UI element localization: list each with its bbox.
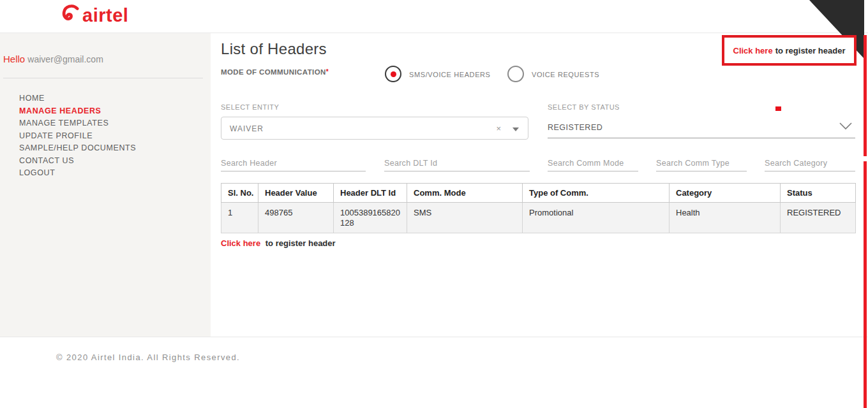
radio-voice-requests[interactable] (507, 66, 524, 82)
sidebar-divider (3, 78, 203, 78)
sidebar-item-manage-headers[interactable]: MANAGE HEADERS (19, 105, 136, 118)
column-header-status: Status (781, 184, 856, 203)
radio-label-sms-voice-headers[interactable]: SMS/VOICE HEADERS (409, 71, 491, 78)
status-select[interactable]: REGISTERED (548, 117, 855, 138)
cell-type-of-comm: Promotional (523, 203, 670, 233)
search-category-input[interactable] (765, 155, 855, 171)
table-header-row: Sl. No. Header Value Header DLT Id Comm.… (221, 184, 856, 203)
column-header-type-of-comm: Type of Comm. (523, 184, 670, 203)
greeting-label: Hello (3, 54, 25, 64)
column-header-comm-mode: Comm. Mode (407, 184, 523, 203)
cell-header-value: 498765 (258, 203, 334, 233)
top-header: airtel (0, 0, 868, 33)
cell-sl-no: 1 (221, 203, 258, 233)
sidebar-item-sample-help-documents[interactable]: SAMPLE/HELP DOCUMENTS (19, 142, 136, 155)
click-here-link[interactable]: Click here (221, 238, 260, 248)
column-header-category: Category (670, 184, 781, 203)
search-dlt-id-input[interactable] (384, 155, 530, 171)
register-link-text: to register header (266, 238, 336, 248)
cell-comm-mode: SMS (407, 203, 523, 233)
sidebar-item-update-profile[interactable]: UPDATE PROFILE (19, 130, 136, 143)
column-header-header-value: Header Value (258, 184, 334, 203)
radio-sms-voice-headers[interactable] (385, 66, 401, 82)
entity-select[interactable]: WAIVER × (221, 117, 528, 140)
sidebar-item-contact-us[interactable]: CONTACT US (19, 155, 136, 168)
clear-icon[interactable]: × (496, 124, 501, 133)
column-header-header-dlt-id: Header DLT Id (334, 184, 407, 203)
airtel-logo-text: airtel (82, 3, 128, 28)
click-here-link[interactable]: Click here (733, 46, 773, 55)
user-greeting: Hello waiver@gmail.com (3, 54, 103, 64)
register-header-link-bottom[interactable]: Click here to register header (221, 238, 336, 248)
radio-selected-dot (391, 71, 396, 77)
register-header-link-top[interactable]: Click here to register header (722, 35, 857, 66)
sidebar-item-logout[interactable]: LOGOUT (19, 167, 136, 180)
entity-selected-value: WAIVER (230, 124, 264, 133)
radio-label-voice-requests[interactable]: VOICE REQUESTS (532, 71, 599, 78)
sidebar: Hello waiver@gmail.com HOME MANAGE HEADE… (0, 33, 211, 337)
column-header-sl-no: Sl. No. (221, 184, 258, 203)
sidebar-nav: HOME MANAGE HEADERS MANAGE TEMPLATES UPD… (19, 92, 136, 180)
footer-divider (0, 337, 868, 337)
airtel-swoosh-icon (61, 3, 80, 27)
register-link-text: to register header (775, 46, 846, 55)
cell-header-dlt-id: 1005389165820128 (334, 203, 407, 233)
user-email: waiver@gmail.com (27, 54, 103, 64)
search-header-input[interactable] (221, 155, 366, 171)
status-selected-value: REGISTERED (548, 123, 602, 132)
page-title: List of Headers (221, 40, 327, 58)
caret-down-icon[interactable] (513, 127, 519, 131)
cell-category: Health (670, 203, 781, 233)
sidebar-item-manage-templates[interactable]: MANAGE TEMPLATES (19, 117, 136, 130)
search-comm-type-input[interactable] (656, 155, 747, 171)
chevron-down-icon[interactable] (839, 122, 853, 133)
right-edge-marker-line-bottom (864, 161, 867, 408)
select-entity-label: SELECT ENTITY (221, 103, 279, 111)
airtel-logo: airtel (61, 3, 128, 28)
table-row: 1 498765 1005389165820128 SMS Promotiona… (221, 203, 856, 233)
right-edge-marker-line-top (864, 35, 867, 156)
airtel-dlt-portal-page: airtel Hello waiver@gmail.com HOME MANAG… (0, 0, 868, 408)
search-comm-mode-input[interactable] (548, 155, 638, 171)
sidebar-item-home[interactable]: HOME (19, 92, 136, 105)
status-underline (548, 138, 855, 138)
headers-table: Sl. No. Header Value Header DLT Id Comm.… (221, 183, 855, 233)
required-asterisk: * (326, 68, 329, 75)
select-by-status-label: SELECT BY STATUS (548, 103, 620, 111)
red-square-marker (775, 106, 781, 111)
copyright-text: © 2020 Airtel India. All Rights Reserved… (56, 353, 240, 362)
mode-of-communication-label: MODE OF COMMUNICATION* (221, 68, 329, 76)
cell-status: REGISTERED (781, 203, 856, 233)
